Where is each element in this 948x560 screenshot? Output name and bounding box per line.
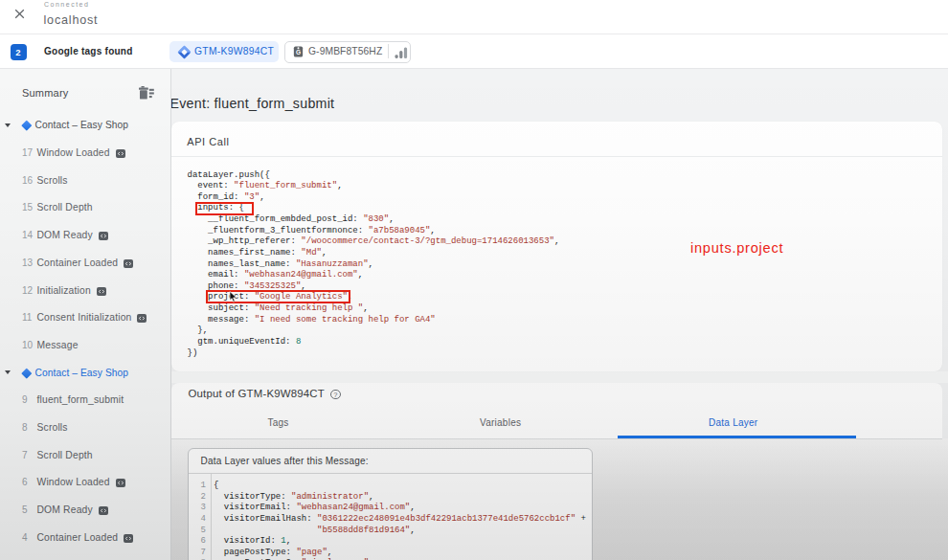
svg-text:G: G	[296, 49, 301, 56]
